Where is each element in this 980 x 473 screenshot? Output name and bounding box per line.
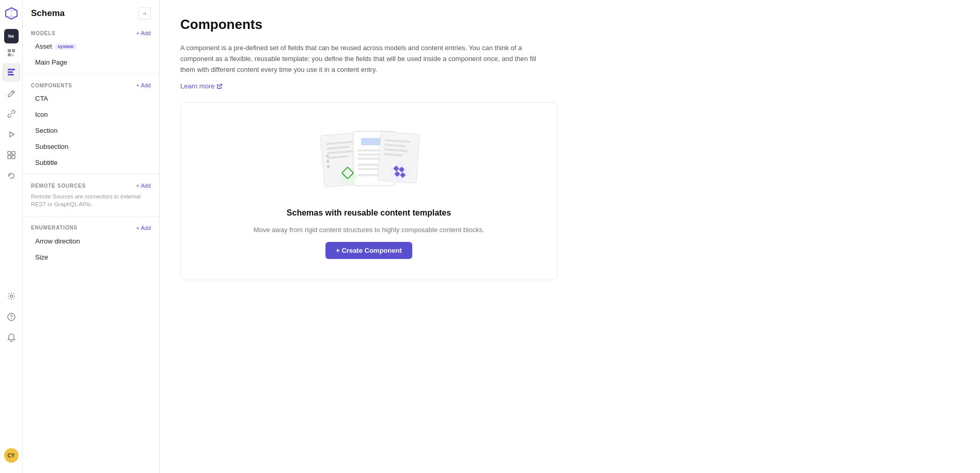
main-content: Components A component is a pre-defined … (160, 0, 980, 473)
svg-rect-12 (12, 156, 15, 159)
loop-icon[interactable] (2, 166, 21, 185)
system-tag: system (55, 43, 76, 50)
svg-rect-22 (326, 160, 329, 163)
add-remote-source-button[interactable]: + Add (136, 182, 151, 189)
schema-icon[interactable] (2, 63, 21, 82)
add-model-button[interactable]: + Add (136, 30, 151, 36)
learn-more-link[interactable]: Learn more (180, 82, 223, 90)
svg-rect-23 (327, 165, 330, 168)
svg-marker-8 (10, 132, 14, 137)
sidebar-item-arrow-direction[interactable]: Arrow direction (27, 234, 155, 249)
svg-point-13 (10, 295, 12, 297)
add-enumeration-button[interactable]: + Add (136, 225, 151, 231)
logo (4, 6, 19, 23)
promo-heading: Schemas with reusable content templates (287, 208, 451, 218)
svg-rect-6 (8, 74, 14, 75)
svg-rect-0 (8, 49, 11, 52)
svg-rect-10 (12, 151, 15, 155)
sidebar-item-asset[interactable]: Asset system (27, 39, 155, 54)
edit-icon[interactable] (2, 84, 21, 102)
sidebar-item-icon[interactable]: Icon (27, 107, 155, 122)
models-label: MODELS (31, 30, 56, 36)
components-label: COMPONENTS (31, 83, 72, 88)
sidebar-item-main-page[interactable]: Main Page (27, 55, 155, 70)
enumerations-section-header: ENUMERATIONS + Add (23, 220, 159, 233)
icon-rail: Ne M ? CY (0, 0, 23, 473)
grid-icon[interactable] (2, 146, 21, 164)
models-section-header: MODELS + Add (23, 25, 159, 38)
svg-rect-21 (326, 155, 329, 158)
promo-subtext: Move away from rigid content structures … (254, 226, 485, 234)
promo-card: Schemas with reusable content templates … (180, 102, 557, 280)
link-icon[interactable] (2, 104, 21, 123)
create-component-button[interactable]: + Create Component (325, 242, 412, 259)
promo-illustration (312, 124, 426, 196)
svg-rect-1 (12, 49, 15, 52)
user-avatar[interactable]: CY (4, 448, 19, 463)
sidebar-item-subsection[interactable]: Subsection (27, 139, 155, 154)
svg-rect-2 (8, 53, 11, 56)
avatar-ne[interactable]: Ne (4, 29, 19, 43)
svg-line-7 (12, 91, 13, 93)
sidebar-header: Schema « (23, 0, 159, 25)
svg-rect-9 (8, 151, 11, 155)
add-component-button[interactable]: + Add (136, 82, 151, 88)
sidebar-title: Schema (31, 8, 65, 19)
remote-sources-label: REMOTE SOURCES (31, 183, 86, 189)
enumerations-label: ENUMERATIONS (31, 225, 77, 231)
description-text: A component is a pre-defined set of fiel… (180, 43, 552, 75)
svg-text:M: M (11, 53, 14, 57)
svg-text:?: ? (9, 314, 12, 320)
notification-icon[interactable] (2, 328, 21, 347)
help-icon[interactable]: ? (2, 308, 21, 326)
svg-rect-4 (8, 69, 15, 70)
sidebar-item-subtitle[interactable]: Subtitle (27, 155, 155, 170)
sidebar-item-section[interactable]: Section (27, 123, 155, 138)
sidebar-item-cta[interactable]: CTA (27, 91, 155, 106)
svg-rect-11 (8, 156, 11, 159)
sidebar-item-size[interactable]: Size (27, 250, 155, 265)
components-section-header: COMPONENTS + Add (23, 77, 159, 90)
play-icon[interactable] (2, 125, 21, 144)
svg-rect-5 (8, 71, 13, 73)
page-title: Components (180, 17, 959, 33)
sidebar: Schema « MODELS + Add Asset system Main … (23, 0, 160, 473)
remote-sources-description: Remote Sources are connectors to externa… (23, 191, 159, 213)
settings-icon[interactable] (2, 287, 21, 306)
collapse-button[interactable]: « (138, 7, 151, 20)
external-link-icon (216, 83, 223, 89)
model-shortcut[interactable]: M (6, 48, 17, 59)
remote-sources-section-header: REMOTE SOURCES + Add (23, 177, 159, 191)
